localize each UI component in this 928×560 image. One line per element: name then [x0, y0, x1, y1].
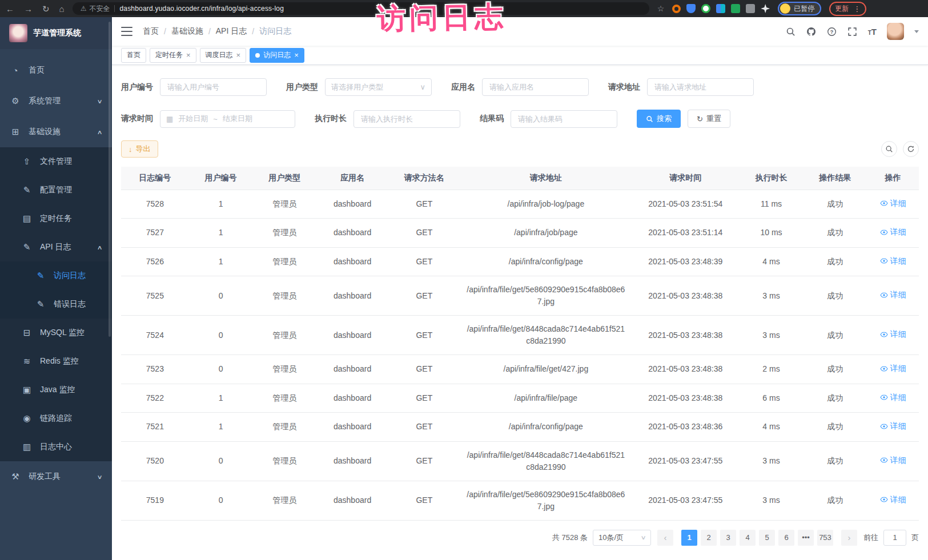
page-button[interactable]: 3	[720, 530, 736, 546]
table-header-cell: 用户类型	[252, 167, 316, 190]
toggle-search-button[interactable]	[881, 141, 897, 157]
forward-icon[interactable]: →	[24, 5, 33, 13]
cell-user-type: 管理员	[252, 481, 316, 520]
sidebar-item-trace[interactable]: ◉ 链路追踪	[0, 404, 112, 433]
search-icon[interactable]	[786, 26, 796, 37]
user-id-input[interactable]	[160, 78, 267, 96]
prev-page-button[interactable]: ‹	[657, 530, 673, 546]
tab-access-log[interactable]: 访问日志 ×	[250, 48, 304, 63]
hamburger-icon[interactable]	[121, 27, 132, 36]
tab-home[interactable]: 首页	[121, 48, 146, 63]
sidebar-item-dev-tools[interactable]: ⚒ 研发工具 ∨	[0, 461, 112, 492]
address-bar[interactable]: ⚠ 不安全 dashboard.yudao.iocoder.cn/infra/l…	[73, 2, 649, 15]
breadcrumb-home[interactable]: 首页	[143, 26, 159, 37]
close-icon[interactable]: ×	[236, 51, 241, 59]
sidebar-item-home[interactable]: ◔ 首页	[0, 55, 112, 86]
detail-link[interactable]: 详细	[880, 255, 906, 267]
goto-label: 前往	[863, 533, 878, 543]
app-name-input[interactable]	[482, 78, 589, 96]
detail-link[interactable]: 详细	[880, 328, 906, 340]
page-button[interactable]: 4	[740, 530, 756, 546]
tab-scheduled-jobs[interactable]: 定时任务 ×	[150, 48, 196, 63]
github-icon[interactable]	[806, 26, 817, 37]
date-range-picker[interactable]: ▦ 开始日期 ~ 结束日期	[160, 110, 295, 128]
sidebar-item-java-monitor[interactable]: ▣ Java 监控	[0, 376, 112, 404]
search-button[interactable]: 搜索	[637, 110, 681, 128]
sidebar-item-config-manage[interactable]: ✎ 配置管理	[0, 176, 112, 204]
cell-method: GET	[388, 247, 460, 276]
page-button[interactable]: 5	[759, 530, 775, 546]
close-icon[interactable]: ×	[186, 51, 191, 59]
cell-log-id: 7524	[121, 316, 189, 355]
page-button[interactable]: 6	[778, 530, 794, 546]
sidebar-item-file-manage[interactable]: ⇧ 文件管理	[0, 147, 112, 176]
detail-link[interactable]: 详细	[880, 198, 906, 210]
detail-link[interactable]: 详细	[880, 226, 906, 238]
back-icon[interactable]: ←	[6, 5, 14, 13]
page-button[interactable]: 753	[817, 530, 833, 546]
reset-button[interactable]: ↻ 重置	[688, 110, 730, 128]
sidebar-item-scheduled-jobs[interactable]: ▤ 定时任务	[0, 204, 112, 233]
detail-link[interactable]: 详细	[880, 494, 906, 506]
edit-icon: ✎	[22, 185, 32, 195]
extension-icon-grid[interactable]	[716, 4, 725, 13]
cell-action: 详细	[867, 190, 919, 219]
extension-icon-shield[interactable]	[686, 4, 696, 13]
user-avatar[interactable]	[887, 23, 904, 40]
gear-icon: ⚙	[10, 96, 21, 106]
browser-update-button[interactable]: 更新 ⋮	[829, 2, 866, 16]
breadcrumb-api-log[interactable]: API 日志	[216, 26, 247, 37]
detail-link[interactable]: 详细	[880, 454, 906, 466]
detail-link[interactable]: 详细	[880, 362, 906, 374]
refresh-table-button[interactable]	[903, 141, 919, 157]
close-icon[interactable]: ×	[294, 51, 299, 59]
font-size-icon[interactable]: TT	[868, 27, 877, 37]
page-button[interactable]: 1	[681, 530, 697, 546]
extension-icon-orange[interactable]	[672, 5, 681, 13]
goto-page-input[interactable]	[883, 530, 906, 546]
app-logo-row[interactable]: 芋道管理系统	[0, 17, 112, 49]
export-button[interactable]: ↓ 导出	[121, 140, 158, 158]
avatar-caret-icon[interactable]	[914, 30, 919, 33]
url-text[interactable]: dashboard.yudao.iocoder.cn/infra/log/api…	[119, 5, 284, 13]
duration-input[interactable]	[353, 110, 460, 128]
sidebar-item-infra[interactable]: ⊞ 基础设施 ∧	[0, 116, 112, 147]
fullscreen-icon[interactable]	[847, 26, 858, 37]
next-page-button[interactable]: ›	[841, 530, 857, 546]
sidebar-item-system[interactable]: ⚙ 系统管理 ∨	[0, 86, 112, 116]
sidebar-item-redis-monitor[interactable]: ≋ Redis 监控	[0, 347, 112, 376]
extension-icon-pinwheel[interactable]	[761, 4, 770, 13]
security-status[interactable]: ⚠ 不安全	[81, 4, 110, 14]
detail-link[interactable]: 详细	[880, 392, 906, 404]
cell-user-id: 0	[189, 481, 253, 520]
request-url-input[interactable]	[647, 78, 754, 96]
detail-link[interactable]: 详细	[880, 420, 906, 432]
sidebar-item-error-log[interactable]: ✎ 错误日志	[0, 290, 112, 319]
eye-icon	[880, 291, 888, 299]
extensions-puzzle-icon[interactable]	[746, 4, 755, 13]
user-type-select[interactable]: 请选择用户类型 ∨	[325, 78, 432, 96]
breadcrumb-infra[interactable]: 基础设施	[171, 26, 203, 37]
home-icon[interactable]: ⌂	[59, 5, 65, 13]
bookmark-star-icon[interactable]: ☆	[657, 4, 665, 13]
sidebar-item-mysql-monitor[interactable]: ⊟ MySQL 监控	[0, 319, 112, 347]
page-button[interactable]: 2	[701, 530, 717, 546]
cell-request-time: 2021-05-03 23:48:36	[632, 413, 740, 442]
eye-icon	[880, 393, 888, 401]
extension-icon-green[interactable]	[701, 4, 710, 13]
sidebar-item-log-center[interactable]: ▥ 日志中心	[0, 433, 112, 461]
extension-icon-green-square[interactable]	[731, 4, 740, 13]
chevron-down-icon: ∨	[420, 83, 425, 91]
help-icon[interactable]: ?	[827, 26, 837, 37]
reload-icon[interactable]: ↻	[42, 5, 50, 13]
tab-schedule-log[interactable]: 调度日志 ×	[200, 48, 247, 63]
sidebar-item-api-log[interactable]: ✎ API 日志 ∧	[0, 233, 112, 261]
profile-chip[interactable]: 已暂停	[778, 2, 821, 15]
detail-link[interactable]: 详细	[880, 289, 906, 301]
sidebar-item-access-log[interactable]: ✎ 访问日志	[0, 261, 112, 290]
result-code-input[interactable]	[511, 110, 617, 128]
browser-menu-icon[interactable]: ⋮	[853, 5, 861, 13]
cell-action: 详细	[867, 413, 919, 442]
page-button[interactable]: •••	[798, 530, 814, 546]
page-size-select[interactable]: 10条/页 ∨	[593, 530, 651, 546]
